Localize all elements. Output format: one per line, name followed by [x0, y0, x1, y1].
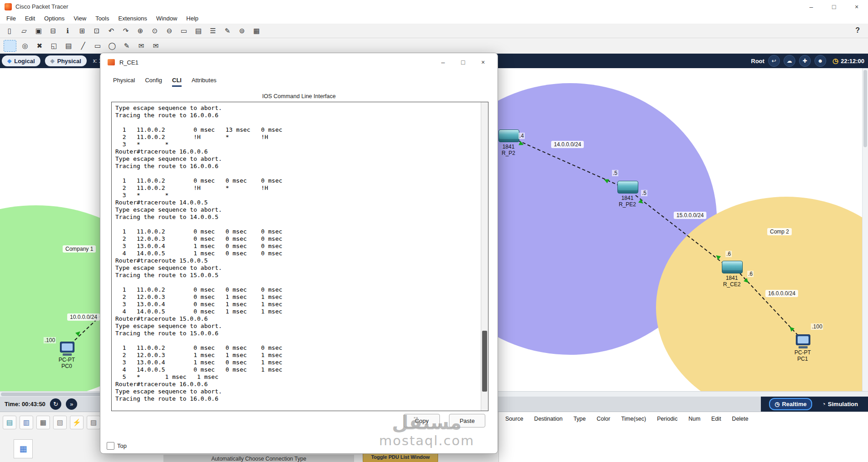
menu-tools[interactable]: Tools [91, 14, 113, 23]
help-icon[interactable]: ? [855, 26, 860, 35]
save-icon[interactable]: ▣ [33, 25, 44, 36]
window-title: Cisco Packet Tracer [15, 3, 68, 10]
device-label-pc0: PC-PT PC0 [39, 357, 94, 369]
environment-clock[interactable]: ◷ 22:12:00 [833, 57, 864, 65]
root-cluster-label[interactable]: Root [751, 58, 764, 65]
close-button[interactable]: × [845, 0, 868, 13]
drawing-palette-icon[interactable]: ✎ [222, 25, 233, 36]
misc-category[interactable]: ▨ [87, 416, 100, 429]
menu-options[interactable]: Options [39, 14, 69, 23]
add-simple-pdu-tool-icon[interactable]: ✉ [135, 40, 147, 51]
cli-terminal[interactable]: Type escape sequence to abort. Tracing t… [111, 102, 488, 411]
workspace-nav-icons: ↩☁✚☻ [768, 55, 826, 67]
dialog-maximize-button[interactable]: □ [453, 55, 473, 70]
canvas-label: 14.0.0.0/24 [551, 141, 584, 148]
delete-tool-icon[interactable]: ✖ [34, 40, 45, 51]
multiuser-category[interactable]: ▧ [53, 416, 67, 429]
menu-view[interactable]: View [69, 14, 91, 23]
viewport-icon[interactable]: ▭ [178, 25, 190, 36]
draw-rectangle-tool-icon[interactable]: ▭ [92, 40, 104, 51]
dialog-minimize-button[interactable]: – [433, 55, 453, 70]
device-r_ce2[interactable] [722, 261, 743, 273]
device-dialog-r-ce1[interactable]: R_CE1 – □ × PhysicalConfigCLIAttributes … [100, 53, 498, 454]
menu-extensions[interactable]: Extensions [113, 14, 152, 23]
simulation-mode-button[interactable]: ◔ Simulation [817, 398, 863, 410]
zoom-in-icon[interactable]: ⊕ [134, 25, 146, 36]
menu-help[interactable]: Help [182, 14, 203, 23]
dialog-title-bar[interactable]: R_CE1 – □ × [100, 53, 498, 71]
end-devices-category[interactable]: ▥ [20, 416, 33, 429]
title-bar: Cisco Packet Tracer – □ × [0, 0, 868, 14]
top-checkbox[interactable] [107, 442, 114, 450]
simulation-icon: ◔ [822, 401, 826, 407]
column-timesec: Time(sec) [621, 416, 646, 422]
menu-bar: FileEditOptionsViewToolsExtensionsWindow… [0, 13, 868, 24]
pc-icon [60, 342, 74, 353]
menu-edit[interactable]: Edit [20, 14, 39, 23]
draw-ellipse-tool-icon[interactable]: ◯ [106, 40, 118, 51]
terminal-scrollbar-thumb[interactable] [482, 331, 487, 392]
menu-window[interactable]: Window [152, 14, 182, 23]
tab-attributes[interactable]: Attributes [192, 77, 217, 87]
network-devices-category[interactable]: ▤ [3, 416, 16, 429]
pdu-list-panel: SourceDestinationTypeColorTime(sec)Perio… [498, 412, 868, 462]
open-file-icon[interactable]: ▱ [18, 25, 30, 36]
zoom-original-icon[interactable]: ⊙ [149, 25, 161, 36]
tab-cli[interactable]: CLI [172, 77, 182, 87]
undo-icon[interactable]: ↶ [105, 25, 117, 36]
select-tool-icon[interactable] [4, 40, 16, 52]
maximize-button[interactable]: □ [823, 0, 845, 13]
resize-tool-icon[interactable]: ◱ [48, 40, 60, 51]
zoom-out-icon[interactable]: ⊖ [163, 25, 175, 36]
print-icon[interactable]: ⊟ [47, 25, 59, 36]
physical-tab[interactable]: ◈ Physical [45, 55, 87, 66]
draw-freeform-tool-icon[interactable]: ✎ [121, 40, 133, 51]
physical-diamond-icon: ◈ [50, 58, 54, 64]
inspect-tool-icon[interactable]: ◎ [19, 40, 31, 51]
device-pc0[interactable] [60, 342, 74, 356]
tab-config[interactable]: Config [145, 77, 162, 87]
cli-output[interactable]: Type escape sequence to abort. Tracing t… [112, 102, 488, 405]
device-pc1[interactable] [796, 334, 810, 348]
minimize-button[interactable]: – [800, 0, 823, 13]
column-num: Num [688, 416, 700, 422]
port-address-label: .100 [811, 323, 823, 330]
copy-icon[interactable]: ⊞ [76, 25, 88, 36]
paste-button[interactable]: Paste [449, 414, 485, 427]
connection-type-bar[interactable]: Automatically Choose Connection Type [163, 455, 354, 462]
dialog-close-button[interactable]: × [473, 55, 493, 70]
console-icon[interactable]: ☰ [207, 25, 219, 36]
components-category[interactable]: ▦ [36, 416, 50, 429]
realtime-mode-button[interactable]: ◷ Realtime [769, 398, 812, 410]
draw-line-tool-icon[interactable]: ╱ [77, 40, 89, 51]
menu-file[interactable]: File [2, 14, 20, 23]
column-delete: Delete [732, 416, 748, 422]
back-navigation-icon[interactable]: ↩ [768, 55, 780, 67]
place-note-tool-icon[interactable]: ▤ [63, 40, 74, 51]
vscroll-thumb[interactable] [863, 70, 867, 147]
user-profile-icon[interactable]: ☻ [814, 55, 826, 67]
new-file-icon[interactable]: ▯ [4, 25, 15, 36]
add-complex-pdu-tool-icon[interactable]: ✉ [150, 40, 162, 51]
connections-category[interactable]: ⚡ [70, 416, 84, 429]
paste-icon[interactable]: ⊡ [91, 25, 103, 36]
canvas-vertical-scrollbar[interactable] [862, 68, 868, 391]
device-r_p2[interactable] [498, 129, 519, 142]
canvas-label: Company 1 [63, 245, 96, 253]
reset-clock-button[interactable]: ↻ [50, 398, 61, 410]
tab-physical[interactable]: Physical [113, 77, 135, 87]
notes-icon[interactable]: ▤ [192, 25, 204, 36]
network-info-icon[interactable]: ℹ [62, 25, 74, 36]
selected-device-box[interactable]: ▦ [14, 439, 33, 458]
fast-forward-button[interactable]: » [66, 398, 77, 410]
logical-tab[interactable]: ◆ Logical [2, 55, 40, 66]
custom-devices-dialog-icon[interactable]: ⊚ [236, 25, 248, 36]
pan-move-icon[interactable]: ✚ [799, 55, 811, 67]
image-capture-icon[interactable]: ▦ [251, 25, 262, 36]
redo-icon[interactable]: ↷ [120, 25, 132, 36]
device-r_pe2[interactable] [617, 181, 638, 194]
environment-icon[interactable]: ☁ [784, 55, 795, 67]
terminal-scrollbar[interactable] [481, 102, 488, 411]
port-address-label: .5 [641, 190, 647, 196]
copy-button[interactable]: Copy [404, 414, 440, 427]
